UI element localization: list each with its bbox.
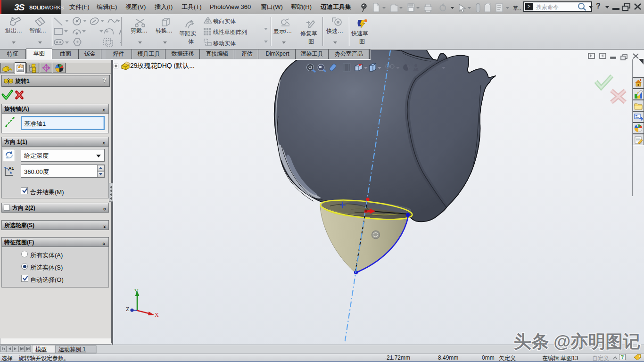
svg-text:Z: Z	[126, 306, 129, 313]
svg-text:头条 @亦明图记: 头条 @亦明图记	[514, 332, 640, 351]
svg-text:3S: 3S	[14, 2, 25, 12]
svg-text:Y: Y	[134, 288, 139, 295]
svg-text:X: X	[155, 312, 159, 318]
svg-text:模型: 模型	[35, 346, 47, 353]
svg-text:运动算例 1: 运动算例 1	[58, 346, 86, 353]
svg-text:草..: 草..	[513, 5, 521, 11]
svg-text:A1: A1	[8, 166, 14, 171]
svg-text:SOLIDWORKS: SOLIDWORKS	[29, 5, 64, 10]
